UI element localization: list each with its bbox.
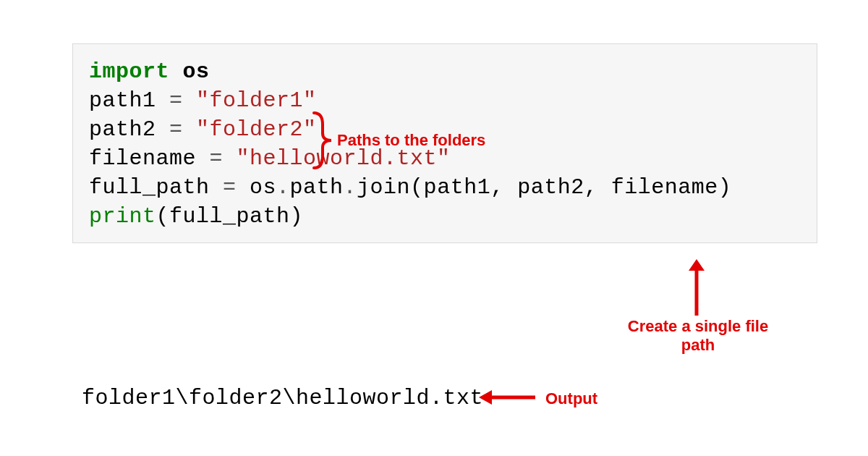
module-os: os: [169, 59, 210, 84]
str-helloworld: "helloworld.txt": [237, 146, 451, 171]
code-line-8: print(full_path): [89, 202, 801, 231]
svg-marker-1: [689, 259, 705, 271]
var-filename: filename: [89, 146, 210, 171]
arrow-left-icon: [479, 388, 535, 407]
str-folder1: "folder1": [196, 88, 317, 113]
code-line-1: import os: [89, 57, 801, 86]
eq: =: [169, 88, 183, 113]
var-fullpath: full_path: [89, 175, 223, 200]
fn-print: print: [89, 204, 156, 229]
brace-paths-icon: [312, 110, 337, 171]
print-args: (full_path): [156, 204, 304, 229]
var-path1: path1: [89, 88, 169, 113]
code-line-3: path1 = "folder1": [89, 86, 801, 115]
var-path2: path2: [89, 117, 169, 142]
eq: =: [169, 117, 183, 142]
eq: =: [223, 175, 237, 200]
diagram-container: import os path1 = "folder1" path2 = "fol…: [0, 0, 868, 456]
annotation-create-l1: Create a single file: [622, 317, 774, 336]
str-folder2: "folder2": [196, 117, 317, 142]
output-text: folder1\folder2\helloworld.txt: [82, 384, 483, 413]
eq: =: [210, 146, 224, 171]
arrow-up-icon: [686, 259, 707, 316]
annotation-output: Output: [545, 389, 597, 408]
code-line-7: full_path = os.path.join(path1, path2, f…: [89, 173, 801, 202]
annotation-create-l2: path: [622, 336, 774, 355]
annotation-paths: Paths to the folders: [337, 131, 485, 150]
svg-marker-3: [479, 390, 492, 405]
keyword-import: import: [89, 59, 169, 84]
